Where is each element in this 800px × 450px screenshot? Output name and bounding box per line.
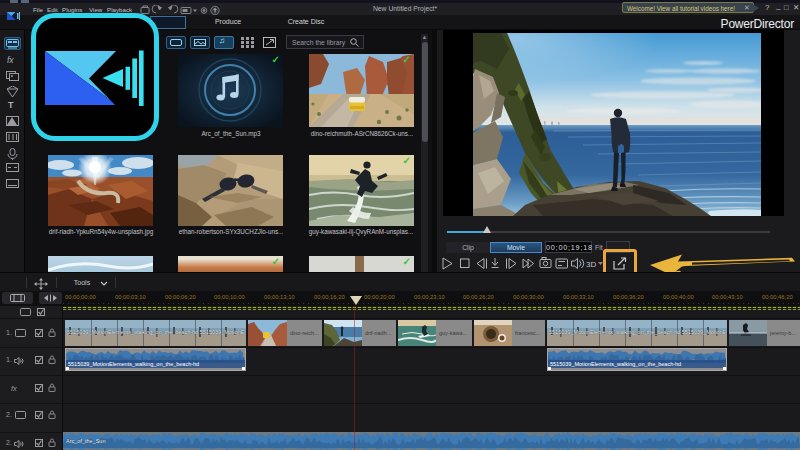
svg-text:3D: 3D bbox=[586, 260, 596, 269]
